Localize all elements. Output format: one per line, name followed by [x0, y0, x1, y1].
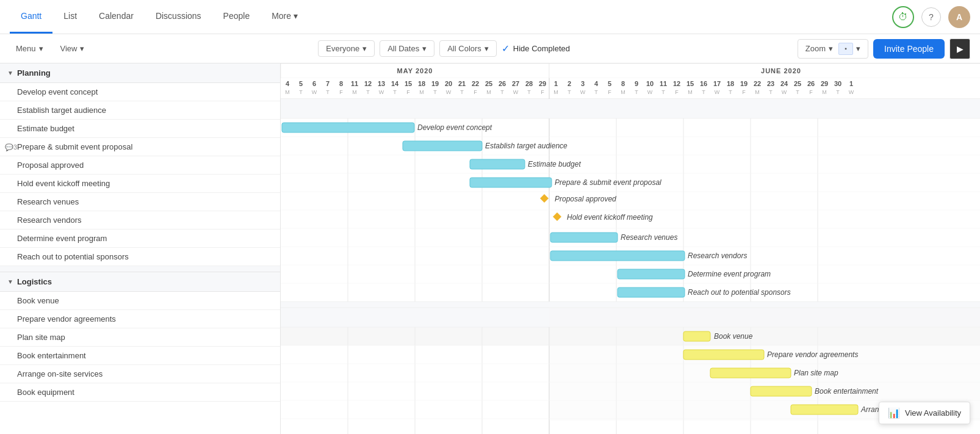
task-book-entertainment[interactable]: Book entertainment: [0, 347, 280, 365]
menu-button[interactable]: Menu ▾: [10, 40, 49, 57]
svg-text:28: 28: [525, 80, 533, 87]
hide-completed-wrap: ✓ Hide Completed: [502, 43, 570, 54]
svg-text:F: F: [474, 89, 477, 95]
nav-right: ⏱ ? A: [892, 6, 970, 28]
svg-text:F: F: [742, 89, 746, 95]
svg-text:F: F: [675, 89, 679, 95]
svg-text:T: T: [729, 89, 732, 95]
svg-text:T: T: [594, 89, 598, 95]
svg-text:T: T: [500, 89, 504, 95]
group-logistics[interactable]: ▼ Logistics: [0, 272, 280, 292]
svg-text:19: 19: [740, 80, 748, 87]
task-book-venue[interactable]: Book venue: [0, 292, 280, 310]
milestone-kickoff[interactable]: [553, 212, 561, 221]
help-icon[interactable]: ?: [921, 7, 941, 27]
task-plan-site-map[interactable]: Plan site map: [0, 328, 280, 347]
svg-text:T: T: [796, 89, 799, 95]
svg-text:T: T: [433, 89, 437, 95]
tab-gantt[interactable]: Gantt: [10, 0, 52, 34]
bar-estimate-budget[interactable]: [470, 159, 525, 169]
svg-text:4: 4: [594, 80, 599, 87]
tab-people[interactable]: People: [212, 0, 261, 34]
label-vendor-agreements: Prepare vendor agreements: [767, 350, 858, 359]
svg-text:25: 25: [485, 80, 492, 87]
chevron-down-icon: ▾: [362, 44, 367, 53]
svg-rect-99: [281, 302, 980, 308]
svg-rect-98: [281, 99, 980, 118]
group-planning[interactable]: ▼ Planning: [0, 63, 280, 83]
all-colors-filter[interactable]: All Colors ▾: [439, 40, 497, 57]
label-kickoff: Hold event kickoff meeting: [567, 213, 653, 222]
svg-text:T: T: [393, 89, 397, 95]
task-book-equipment[interactable]: Book equipment: [0, 383, 280, 402]
svg-text:8: 8: [621, 80, 625, 87]
task-vendor-agreements[interactable]: Prepare vendor agreements: [0, 310, 280, 328]
svg-text:M: M: [688, 89, 693, 95]
task-arrange-onsite[interactable]: Arrange on-site services: [0, 365, 280, 383]
toolbar: Menu ▾ View ▾ Everyone ▾ All Dates ▾ All…: [0, 34, 980, 63]
zoom-button[interactable]: Zoom ▾ ▪ ▾: [798, 39, 868, 59]
gantt-svg: MAY 2020 JUNE 2020 // This will be rende…: [281, 63, 980, 434]
bar-develop-event[interactable]: [282, 123, 414, 132]
task-proposal-approved[interactable]: Proposal approved: [0, 156, 280, 175]
svg-text:W: W: [513, 89, 519, 95]
label-estimate-budget: Estimate budget: [528, 160, 581, 168]
svg-text:1: 1: [554, 80, 558, 87]
svg-text:18: 18: [418, 80, 425, 87]
video-button[interactable]: ▶: [949, 38, 970, 59]
bar-plan-site-map[interactable]: [710, 368, 791, 378]
label-book-entertainment: Book entertainment: [815, 387, 879, 396]
everyone-filter[interactable]: Everyone ▾: [318, 40, 375, 57]
user-avatar[interactable]: A: [948, 6, 970, 28]
tab-list[interactable]: List: [52, 0, 88, 34]
view-button[interactable]: View ▾: [54, 40, 91, 57]
tab-more[interactable]: More ▾: [261, 0, 309, 34]
task-estimate-budget[interactable]: Estimate budget: [0, 120, 280, 138]
svg-text:W: W: [446, 89, 452, 95]
task-develop-event-concept[interactable]: Develop event concept: [0, 83, 280, 101]
group-planning-label: Planning: [17, 68, 51, 78]
svg-text:T: T: [366, 89, 370, 95]
bar-determine-program[interactable]: [618, 269, 685, 279]
task-determine-program[interactable]: Determine event program: [0, 230, 280, 248]
may-label: MAY 2020: [397, 67, 433, 74]
svg-text:M: M: [486, 89, 491, 95]
tab-calendar[interactable]: Calendar: [88, 0, 145, 34]
tab-discussions[interactable]: Discussions: [145, 0, 212, 34]
all-dates-filter[interactable]: All Dates ▾: [380, 40, 434, 57]
invite-people-button[interactable]: Invite People: [873, 39, 945, 59]
svg-text:23: 23: [767, 80, 774, 87]
bar-establish-audience[interactable]: [403, 141, 482, 151]
bar-research-venues[interactable]: [550, 233, 618, 242]
hide-completed-label[interactable]: Hide Completed: [513, 44, 570, 53]
svg-text:W: W: [647, 89, 653, 95]
bar-research-vendors[interactable]: [550, 251, 685, 261]
svg-text:7: 7: [326, 80, 330, 87]
top-nav: Gantt List Calendar Discussions People M…: [0, 0, 980, 34]
svg-text:T: T: [702, 89, 705, 95]
bar-prepare-submit[interactable]: [470, 178, 552, 187]
svg-text:19: 19: [431, 80, 439, 87]
bar-reach-sponsors[interactable]: [618, 288, 685, 297]
bar-arrange-onsite[interactable]: [791, 405, 858, 414]
zoom-level-indicator: ▪: [838, 43, 853, 55]
svg-text:5: 5: [299, 80, 303, 87]
task-prepare-submit[interactable]: 💬3 Prepare & submit event proposal: [0, 138, 280, 156]
bar-vendor-agreements[interactable]: [683, 350, 764, 360]
label-determine-program: Determine event program: [688, 270, 771, 278]
milestone-proposal[interactable]: [540, 194, 549, 203]
collapse-arrow-planning: ▼: [7, 70, 13, 76]
task-reach-sponsors[interactable]: Reach out to potential sponsors: [0, 248, 280, 266]
svg-text:11: 11: [660, 80, 667, 87]
bar-book-entertainment[interactable]: [751, 386, 812, 396]
svg-text:T: T: [299, 89, 303, 95]
task-research-venues[interactable]: Research venues: [0, 193, 280, 211]
task-establish-target-audience[interactable]: Establish target audience: [0, 101, 280, 120]
chevron-down-icon: ▾: [80, 44, 84, 53]
task-kickoff-meeting[interactable]: Hold event kickoff meeting: [0, 175, 280, 193]
task-research-vendors[interactable]: Research vendors: [0, 211, 280, 230]
bar-book-venue[interactable]: [683, 331, 710, 341]
view-availability-button[interactable]: 📊 View Availability: [879, 402, 970, 424]
timer-icon[interactable]: ⏱: [892, 6, 914, 28]
svg-text:F: F: [339, 89, 343, 95]
